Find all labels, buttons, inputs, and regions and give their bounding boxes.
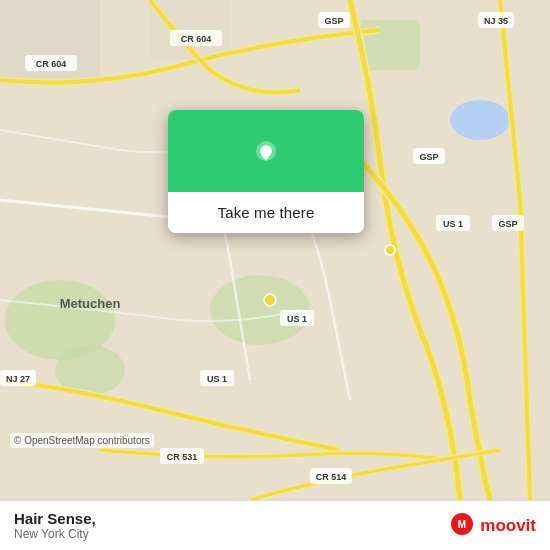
svg-point-9 (385, 245, 395, 255)
place-city: New York City (14, 527, 96, 541)
svg-text:GSP: GSP (419, 152, 438, 162)
location-popup: Take me there (168, 110, 364, 233)
place-info: Hair Sense, New York City (14, 510, 96, 541)
popup-header (168, 110, 364, 192)
svg-text:NJ 35: NJ 35 (484, 16, 508, 26)
map-copyright: © OpenStreetMap contributors (10, 433, 154, 448)
bottom-bar: Hair Sense, New York City M moovit (0, 500, 550, 550)
place-name: Hair Sense, (14, 510, 96, 527)
svg-text:US 1: US 1 (287, 314, 307, 324)
svg-text:GSP: GSP (498, 219, 517, 229)
svg-text:US 1: US 1 (443, 219, 463, 229)
svg-text:CR 604: CR 604 (181, 34, 212, 44)
svg-text:CR 604: CR 604 (36, 59, 67, 69)
svg-rect-4 (360, 20, 420, 70)
moovit-icon: M (448, 512, 476, 540)
location-pin-icon (245, 132, 287, 174)
svg-text:CR 514: CR 514 (316, 472, 347, 482)
take-me-there-button[interactable]: Take me there (168, 192, 364, 233)
svg-text:GSP: GSP (324, 16, 343, 26)
svg-point-8 (264, 294, 276, 306)
svg-text:US 1: US 1 (207, 374, 227, 384)
moovit-logo[interactable]: M moovit (448, 512, 536, 540)
map-view[interactable]: CR 604 CR 604 GSP NJ 35 GSP US 1 GSP US … (0, 0, 550, 500)
svg-text:Metuchen: Metuchen (60, 296, 121, 311)
svg-text:M: M (458, 519, 466, 530)
svg-point-5 (450, 100, 510, 140)
moovit-text: moovit (480, 516, 536, 536)
svg-text:CR 531: CR 531 (167, 452, 198, 462)
svg-text:NJ 27: NJ 27 (6, 374, 30, 384)
